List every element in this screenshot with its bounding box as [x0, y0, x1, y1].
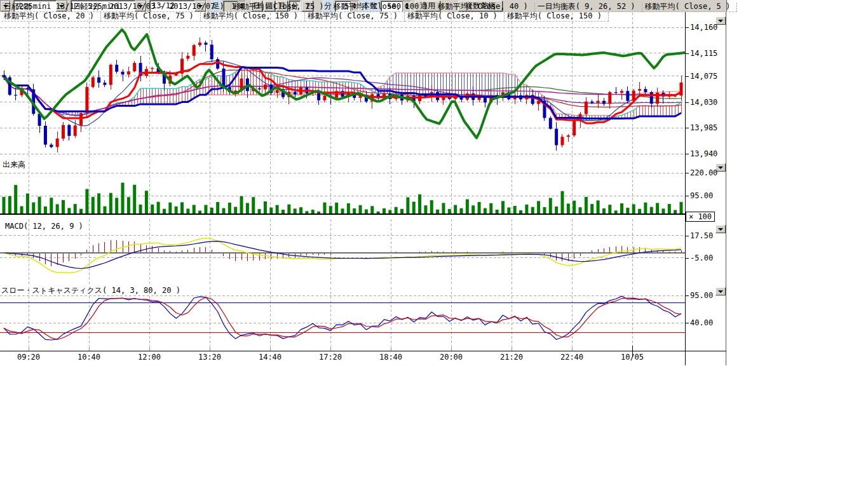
legend-item: 移動平均( Close, 100 ): [331, 3, 435, 12]
axis-tick-mark: [685, 76, 689, 77]
legend-item: 移動平均( Close, 150 ): [201, 12, 305, 22]
chart-legend: 日経225mini 13/12( 5分, 2013/10/03 - 2013/1…: [1, 3, 737, 22]
chevron-down-icon: [718, 20, 723, 22]
macd-panel-menu-button[interactable]: [715, 225, 726, 233]
legend-item: 移動平均( Close, 20 ): [1, 12, 101, 22]
chevron-down-icon: [718, 290, 723, 293]
legend-item: 移動平均( Close, 75 ): [101, 12, 201, 22]
macd-axis-label: 17.50: [690, 232, 713, 240]
macd-panel-label: MACD( 12, 26, 9 ): [5, 222, 83, 231]
legend-item: 一目均衡表( 9, 26, 52 ): [535, 3, 642, 12]
macd-axis-label: -5.00: [690, 254, 713, 262]
time-axis-label: 17:20: [319, 353, 342, 362]
chart-area[interactable]: [0, 12, 727, 365]
axis-tick-mark: [685, 258, 689, 259]
legend-item: 移動平均( Close, 40 ): [435, 3, 535, 12]
legend-item: 日経225mini 13/12( 5分, 2013/10/03 - 2013/1…: [1, 3, 231, 12]
time-axis-label: 18:40: [379, 353, 402, 362]
stoch-axis-label: 95.00: [690, 292, 713, 300]
axis-tick-mark: [685, 27, 689, 28]
volume-panel-label: 出来高: [3, 161, 25, 169]
price-axis-label: 14,160: [690, 24, 717, 32]
axis-tick-mark: [685, 236, 689, 236]
time-axis-label: 10:40: [78, 353, 100, 362]
axis-tick-mark: [685, 102, 689, 103]
chevron-down-icon: [718, 166, 723, 169]
stoch-panel-label: スロー・ストキャスティクス( 14, 3, 80, 20 ): [1, 287, 180, 295]
volume-axis-label: 95.00: [690, 192, 713, 200]
chart-region: [0, 12, 727, 365]
stoch-panel-menu-button[interactable]: [715, 287, 726, 295]
time-axis-label: 09:20: [17, 353, 40, 362]
chevron-down-icon: [718, 228, 723, 231]
price-axis-label: 13,940: [690, 150, 717, 158]
axis-tick-mark: [685, 196, 689, 196]
time-axis-label: 14:40: [259, 353, 281, 362]
legend-item: 移動平均( Close, 10 ): [405, 12, 505, 22]
time-axis-label: 12:00: [138, 353, 161, 362]
axis-tick-mark: [685, 323, 689, 323]
axis-tick-mark: [685, 154, 689, 154]
price-axis-label: 14,030: [690, 98, 717, 107]
axis-tick-mark: [685, 128, 689, 128]
time-axis-label: 10/05: [621, 353, 644, 362]
price-axis-label: 14,115: [690, 50, 717, 58]
time-axis-label: 22:40: [560, 353, 583, 362]
legend-item: 移動平均( Close, 75 ): [305, 12, 405, 22]
legend-item: 移動平均( Close, 5 ): [642, 3, 738, 12]
chart-application-window: { "toolbar": { "market_select": "先物", "s…: [0, 0, 868, 488]
legend-item: 移動平均( Close, 25 ): [231, 3, 331, 12]
volume-multiplier-badge: × 100: [686, 212, 715, 222]
price-axis-label: 14,075: [690, 72, 717, 81]
time-axis-label: 20:00: [440, 353, 463, 362]
volume-axis-label: 220.00: [690, 169, 717, 177]
price-axis-label: 13,985: [690, 124, 717, 132]
axis-tick-mark: [685, 295, 689, 296]
axis-tick-mark: [685, 173, 689, 173]
time-axis-label: 13:20: [198, 353, 221, 362]
legend-item: 移動平均( Close, 150 ): [505, 12, 609, 22]
time-axis-label: 21:20: [500, 353, 523, 362]
stoch-axis-label: 40.00: [690, 319, 713, 327]
axis-tick-mark: [685, 53, 689, 54]
